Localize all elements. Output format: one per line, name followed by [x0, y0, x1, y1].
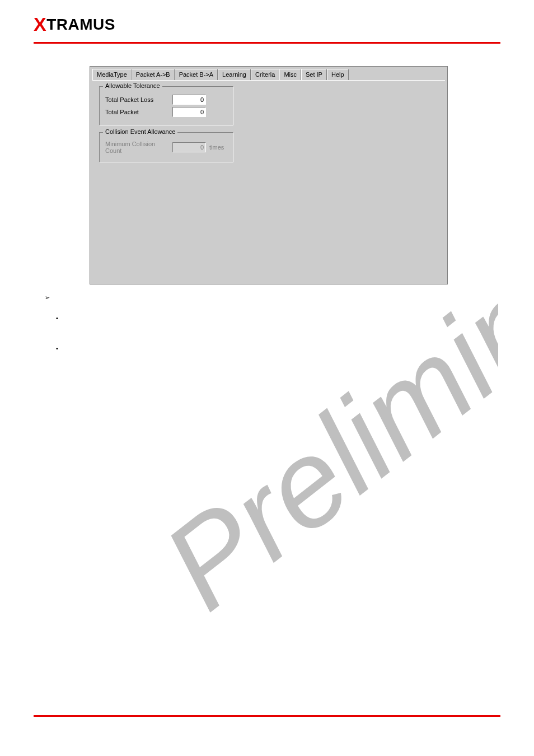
group-allowable-tolerance: Allowable Tolerance Total Packet Loss To…	[99, 86, 233, 125]
input-min-collision	[172, 142, 206, 152]
tab-help[interactable]: Help	[327, 69, 349, 80]
row-min-collision: Minimum Collision Count times	[105, 141, 227, 154]
tab-mediatype[interactable]: MediaType	[92, 69, 132, 80]
row-total-packet: Total Packet	[105, 107, 227, 117]
footer-divider	[34, 715, 500, 717]
tab-body: Allowable Tolerance Total Packet Loss To…	[92, 80, 445, 175]
tab-criteria[interactable]: Criteria	[251, 69, 279, 80]
logo-x: X	[34, 13, 46, 35]
bullet-arrow: ➢	[45, 294, 58, 301]
bullet-list: ➢ • •	[45, 294, 58, 375]
input-total-packet-loss[interactable]	[172, 95, 206, 105]
label-min-collision: Minimum Collision Count	[105, 141, 172, 154]
group-collision-event: Collision Event Allowance Minimum Collis…	[99, 132, 233, 162]
suffix-times: times	[209, 144, 224, 151]
row-total-packet-loss: Total Packet Loss	[105, 95, 227, 105]
tab-strip: MediaType Packet A->B Packet B->A Learni…	[90, 67, 447, 80]
label-total-packet-loss: Total Packet Loss	[105, 96, 172, 103]
group-title-collision: Collision Event Allowance	[103, 128, 177, 135]
group-title-allowable: Allowable Tolerance	[103, 82, 162, 89]
logo-rest: TRAMUS	[46, 16, 115, 33]
tab-packet-ab[interactable]: Packet A->B	[132, 69, 175, 80]
tab-learning[interactable]: Learning	[218, 69, 251, 80]
settings-panel: MediaType Packet A->B Packet B->A Learni…	[90, 66, 448, 284]
logo: XTRAMUS	[34, 13, 500, 35]
input-total-packet[interactable]	[172, 107, 206, 117]
bullet-dot-1: •	[56, 315, 58, 321]
tab-set-ip[interactable]: Set IP	[301, 69, 327, 80]
label-total-packet: Total Packet	[105, 109, 172, 115]
tab-packet-ba[interactable]: Packet B->A	[175, 69, 218, 80]
tab-misc[interactable]: Misc	[279, 69, 301, 80]
bullet-dot-2: •	[56, 345, 58, 352]
page-header: XTRAMUS	[0, 0, 534, 40]
